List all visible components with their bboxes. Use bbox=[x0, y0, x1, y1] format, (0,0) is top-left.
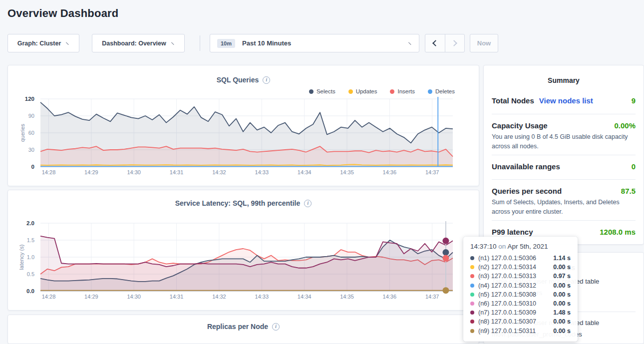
service-latency-panel: Service Latency: SQL, 99th percentile i … bbox=[7, 190, 479, 311]
summary-label: Capacity Usage bbox=[492, 121, 548, 130]
tooltip-node-row: (n5) 127.0.0.1:503080.00 s bbox=[470, 290, 571, 299]
tooltip-node-row: (n6) 127.0.0.1:503100.00 s bbox=[470, 299, 571, 308]
chart-legend: SelectsUpdatesInsertsDeletes bbox=[309, 88, 455, 94]
dashboard-dropdown-label: Dashboard: Overview bbox=[102, 40, 166, 47]
x-tick-label: 14:35 bbox=[340, 169, 354, 175]
node-address: (n7) 127.0.0.1:50309 bbox=[478, 309, 536, 316]
node-address: (n9) 127.0.0.1:50311 bbox=[478, 328, 536, 335]
summary-label: Unavailable ranges bbox=[492, 162, 560, 171]
replicas-per-node-panel: Replicas per Node i bbox=[7, 315, 479, 344]
view-nodes-list-link[interactable]: View nodes list bbox=[539, 96, 593, 105]
node-color-dot-icon bbox=[470, 302, 474, 306]
x-tick-label: 14:31 bbox=[170, 294, 184, 300]
summary-row-total-nodes: Total Nodes View nodes list 9 bbox=[492, 96, 636, 105]
chart-plot-area[interactable]: latency (s) 0.00.51.01.52.0 14:2814:2914… bbox=[40, 223, 453, 291]
chart-title: SQL Queries bbox=[217, 76, 259, 84]
chevron-down-icon bbox=[66, 40, 71, 45]
legend-dot-icon bbox=[348, 89, 353, 94]
node-latency-value: 0.97 s bbox=[553, 273, 571, 280]
x-tick-label: 14:28 bbox=[42, 294, 56, 300]
node-address: (n1) 127.0.0.1:50306 bbox=[478, 255, 536, 262]
y-tick-label: 1.5 bbox=[27, 237, 34, 243]
y-tick-label: 0.5 bbox=[27, 271, 34, 277]
chart-title-row: Replicas per Node i bbox=[8, 323, 479, 331]
x-tick-label: 14:37 bbox=[425, 169, 439, 175]
tooltip-node-list: (n1) 127.0.0.1:503061.14 s(n2) 127.0.0.1… bbox=[470, 254, 571, 336]
node-latency-value: 0.00 s bbox=[553, 264, 571, 271]
x-tick-label: 14:32 bbox=[212, 169, 226, 175]
page-title: Overview Dashboard bbox=[7, 7, 118, 20]
node-latency-value: 0.00 s bbox=[553, 318, 571, 325]
divider bbox=[492, 179, 636, 180]
y-tick-label: 0.0 bbox=[26, 288, 34, 294]
y-tick-label: 1.0 bbox=[27, 254, 34, 260]
tooltip-node-row: (n8) 127.0.0.1:503070.00 s bbox=[470, 317, 571, 326]
x-tick-label: 14:30 bbox=[127, 294, 141, 300]
chart-plot-area[interactable]: queries 0306090120 14:2814:2914:3014:311… bbox=[40, 99, 453, 167]
time-range-badge: 10m bbox=[217, 39, 235, 48]
legend-dot-icon bbox=[309, 89, 314, 94]
x-tick-label: 14:34 bbox=[298, 169, 312, 175]
y-tick-label: 2.0 bbox=[26, 220, 34, 226]
tooltip-node-row: (n7) 127.0.0.1:503091.48 s bbox=[470, 308, 571, 317]
legend-label: Inserts bbox=[397, 88, 415, 94]
summary-row-p99: P99 latency 1208.0 ms bbox=[492, 228, 636, 236]
node-color-dot-icon bbox=[470, 284, 474, 288]
legend-label: Updates bbox=[356, 88, 377, 94]
chevron-down-icon bbox=[171, 40, 176, 45]
node-address: (n5) 127.0.0.1:50308 bbox=[478, 291, 536, 298]
tooltip-date: Apr 5th, 2021 bbox=[507, 243, 548, 250]
info-icon[interactable]: i bbox=[272, 323, 280, 331]
tooltip-node-row: (n3) 127.0.0.1:503130.97 s bbox=[470, 272, 571, 281]
node-color-dot-icon bbox=[470, 320, 474, 324]
time-forward-button[interactable] bbox=[445, 34, 465, 52]
node-latency-value: 0.00 s bbox=[553, 291, 571, 298]
tooltip-on: on bbox=[498, 243, 506, 250]
x-tick-label: 14:33 bbox=[255, 294, 269, 300]
summary-panel: Summary Total Nodes View nodes list 9 Ca… bbox=[483, 65, 644, 245]
summary-value: 9 bbox=[632, 96, 636, 105]
sql-queries-panel: SQL Queries i SelectsUpdatesInsertsDelet… bbox=[7, 65, 479, 186]
x-tick-label: 14:36 bbox=[383, 169, 397, 175]
node-address: (n4) 127.0.0.1:50312 bbox=[478, 282, 536, 289]
y-tick-label: 60 bbox=[28, 130, 34, 136]
node-latency-value: 0.00 s bbox=[553, 300, 571, 307]
chart-title: Replicas per Node bbox=[207, 323, 268, 331]
legend-dot-icon bbox=[428, 89, 432, 94]
header-divider bbox=[200, 35, 200, 51]
time-back-button[interactable] bbox=[425, 34, 445, 52]
graph-dropdown[interactable]: Graph: Cluster bbox=[7, 34, 79, 52]
summary-label: Queries per second bbox=[492, 187, 562, 195]
dashboard-dropdown[interactable]: Dashboard: Overview bbox=[92, 34, 185, 52]
info-icon[interactable]: i bbox=[263, 76, 270, 84]
x-tick-label: 14:35 bbox=[340, 294, 354, 300]
now-button[interactable]: Now bbox=[470, 34, 498, 52]
summary-value: 87.5 bbox=[621, 187, 636, 195]
info-icon[interactable]: i bbox=[304, 200, 312, 207]
time-range-dropdown[interactable]: 10m Past 10 Minutes bbox=[210, 34, 419, 52]
node-address: (n6) 127.0.0.1:50310 bbox=[478, 300, 536, 307]
node-latency-value: 0.00 s bbox=[553, 282, 571, 289]
node-latency-value: 0.00 s bbox=[553, 328, 571, 335]
x-tick-label: 14:32 bbox=[212, 294, 226, 300]
node-color-dot-icon bbox=[470, 256, 474, 260]
x-tick-label: 14:29 bbox=[84, 294, 98, 300]
node-address: (n8) 127.0.0.1:50307 bbox=[478, 318, 536, 325]
legend-item-inserts[interactable]: Inserts bbox=[390, 88, 415, 94]
summary-description: Sum of Selects, Updates, Inserts, and De… bbox=[492, 198, 634, 217]
legend-item-updates[interactable]: Updates bbox=[348, 88, 377, 94]
legend-item-deletes[interactable]: Deletes bbox=[428, 88, 455, 94]
y-tick-label: 0 bbox=[31, 164, 34, 170]
x-tick-label: 14:37 bbox=[425, 294, 439, 300]
node-address: (n3) 127.0.0.1:50313 bbox=[478, 273, 536, 280]
chart-title-row: Service Latency: SQL, 99th percentile i bbox=[8, 199, 479, 207]
x-tick-label: 14:28 bbox=[42, 169, 56, 175]
tooltip-node-row: (n4) 127.0.0.1:503120.00 s bbox=[470, 281, 571, 290]
summary-value: 0.00% bbox=[614, 121, 636, 130]
node-latency-value: 1.48 s bbox=[553, 309, 571, 316]
summary-value: 1208.0 ms bbox=[600, 228, 636, 236]
legend-item-selects[interactable]: Selects bbox=[309, 88, 335, 94]
summary-label: P99 latency bbox=[492, 228, 533, 236]
summary-label: Total Nodes bbox=[492, 96, 534, 105]
tooltip-node-row: (n9) 127.0.0.1:503110.00 s bbox=[470, 327, 571, 336]
